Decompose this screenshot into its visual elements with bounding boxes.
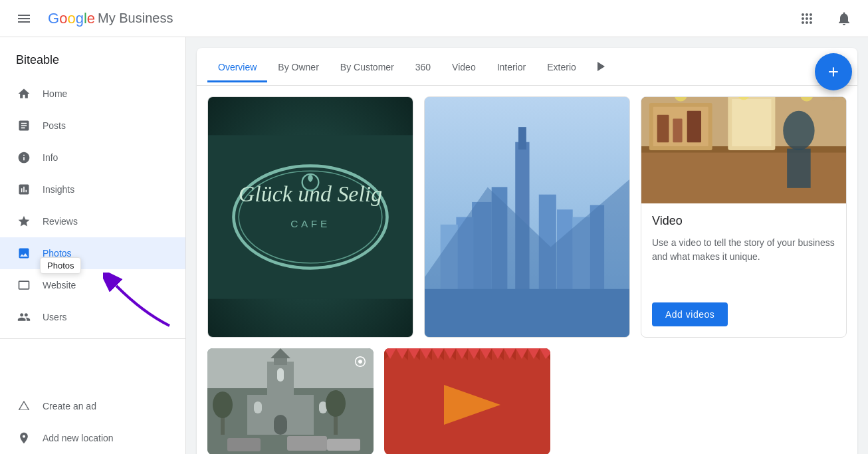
website-icon bbox=[16, 277, 32, 293]
cover-card-image bbox=[425, 97, 629, 337]
topbar: Google My Business bbox=[0, 0, 868, 37]
main-layout: Biteable Home Posts bbox=[0, 37, 868, 454]
users-label: Users bbox=[43, 312, 67, 322]
fab-add-button[interactable]: + bbox=[815, 53, 852, 90]
360-icon bbox=[352, 354, 368, 373]
svg-rect-41 bbox=[277, 368, 284, 382]
users-icon bbox=[16, 309, 32, 325]
sidebar-item-insights[interactable]: Insights bbox=[0, 173, 185, 205]
add-location-label: Add new location bbox=[43, 433, 114, 443]
svg-rect-44 bbox=[274, 415, 287, 435]
photos-tooltip: Photos bbox=[40, 257, 81, 274]
grid-apps-icon[interactable] bbox=[794, 5, 820, 32]
insights-icon bbox=[16, 181, 32, 197]
profile-card-image: Glück und Selig CAFE bbox=[208, 97, 413, 337]
sidebar-item-users[interactable]: Users bbox=[0, 301, 185, 333]
photos-icon bbox=[16, 245, 32, 261]
product-name: My Business bbox=[98, 11, 173, 26]
profile-card-body: Profile Your profile photo is used to sh… bbox=[208, 337, 413, 338]
svg-rect-49 bbox=[227, 438, 261, 451]
create-ad-label: Create an ad bbox=[43, 401, 96, 411]
sidebar-item-info[interactable]: Info bbox=[0, 142, 185, 173]
svg-rect-26 bbox=[657, 115, 669, 142]
sidebar-item-home[interactable]: Home bbox=[0, 78, 185, 110]
svg-rect-51 bbox=[327, 439, 360, 451]
video-card-desc: Use a video to tell the story of your bu… bbox=[652, 236, 835, 289]
svg-point-29 bbox=[783, 111, 814, 150]
video-card: Video Use a video to tell the story of y… bbox=[641, 96, 847, 338]
svg-rect-42 bbox=[254, 401, 262, 413]
posts-icon bbox=[16, 118, 32, 134]
svg-rect-20 bbox=[641, 150, 846, 203]
svg-point-48 bbox=[326, 390, 346, 417]
svg-rect-18 bbox=[425, 289, 629, 337]
info-label: Info bbox=[43, 152, 58, 163]
insights-label: Insights bbox=[43, 184, 74, 195]
add-location-icon bbox=[16, 430, 32, 446]
tab-exterior[interactable]: Exterio bbox=[536, 51, 587, 82]
svg-rect-30 bbox=[787, 149, 811, 188]
main-content: Overview By Owner By Customer 360 Video … bbox=[186, 37, 868, 454]
posts-label: Posts bbox=[43, 120, 66, 131]
sidebar-item-posts[interactable]: Posts bbox=[0, 110, 185, 142]
svg-rect-27 bbox=[673, 119, 682, 143]
app-logo: Google My Business bbox=[48, 10, 173, 27]
video-thumbnail-image bbox=[384, 348, 550, 454]
create-ad-icon bbox=[16, 398, 32, 414]
sidebar-item-website[interactable]: Website bbox=[0, 269, 185, 301]
sidebar-item-create-ad[interactable]: Create an ad bbox=[0, 390, 185, 422]
svg-rect-28 bbox=[687, 111, 701, 142]
church-360-image bbox=[207, 348, 374, 454]
sidebar-item-photos[interactable]: Photos Photos bbox=[0, 237, 185, 269]
svg-point-46 bbox=[213, 392, 233, 418]
profile-card: Glück und Selig CAFE Profile Your profil… bbox=[207, 96, 413, 338]
tab-more-icon[interactable] bbox=[587, 48, 613, 85]
tab-video[interactable]: Video bbox=[441, 51, 487, 82]
cover-card-body: Cover Your cover photo should showcase t… bbox=[425, 337, 629, 338]
tab-by-customer[interactable]: By Customer bbox=[330, 51, 405, 82]
sidebar: Biteable Home Posts bbox=[0, 37, 186, 454]
video-card-image bbox=[641, 97, 846, 203]
video-card-body: Video Use a video to tell the story of y… bbox=[641, 203, 846, 337]
svg-text:CAFE: CAFE bbox=[290, 218, 330, 229]
brand-name: Biteable bbox=[0, 37, 185, 78]
menu-icon[interactable] bbox=[11, 5, 37, 32]
home-label: Home bbox=[43, 88, 67, 99]
bottom-images-row bbox=[197, 348, 857, 454]
reviews-label: Reviews bbox=[43, 216, 78, 227]
notification-icon[interactable] bbox=[831, 5, 857, 32]
photo-cards-grid: Glück und Selig CAFE Profile Your profil… bbox=[197, 86, 857, 348]
sidebar-nav: Home Posts Info bbox=[0, 78, 185, 333]
sidebar-item-add-location[interactable]: Add new location bbox=[0, 422, 185, 454]
nav-divider bbox=[0, 338, 185, 339]
cover-card: Cover Your cover photo should showcase t… bbox=[424, 96, 630, 338]
video-card-title: Video bbox=[652, 214, 835, 228]
tab-overview[interactable]: Overview bbox=[207, 51, 267, 82]
photos-panel: Overview By Owner By Customer 360 Video … bbox=[197, 48, 857, 454]
tab-360[interactable]: 360 bbox=[405, 51, 441, 82]
svg-rect-50 bbox=[287, 436, 327, 451]
tab-interior[interactable]: Interior bbox=[487, 51, 537, 82]
info-icon bbox=[16, 150, 32, 166]
svg-rect-25 bbox=[732, 99, 771, 146]
tab-by-owner[interactable]: By Owner bbox=[267, 51, 329, 82]
website-label: Website bbox=[43, 280, 76, 290]
sidebar-bottom: Create an ad Add new location bbox=[0, 390, 185, 454]
home-icon bbox=[16, 86, 32, 102]
svg-rect-8 bbox=[518, 127, 526, 150]
add-videos-button[interactable]: Add videos bbox=[652, 302, 728, 326]
photos-tabs: Overview By Owner By Customer 360 Video … bbox=[197, 48, 857, 86]
reviews-icon bbox=[16, 213, 32, 229]
svg-text:Glück und Selig: Glück und Selig bbox=[239, 181, 382, 206]
sidebar-item-reviews[interactable]: Reviews bbox=[0, 205, 185, 237]
